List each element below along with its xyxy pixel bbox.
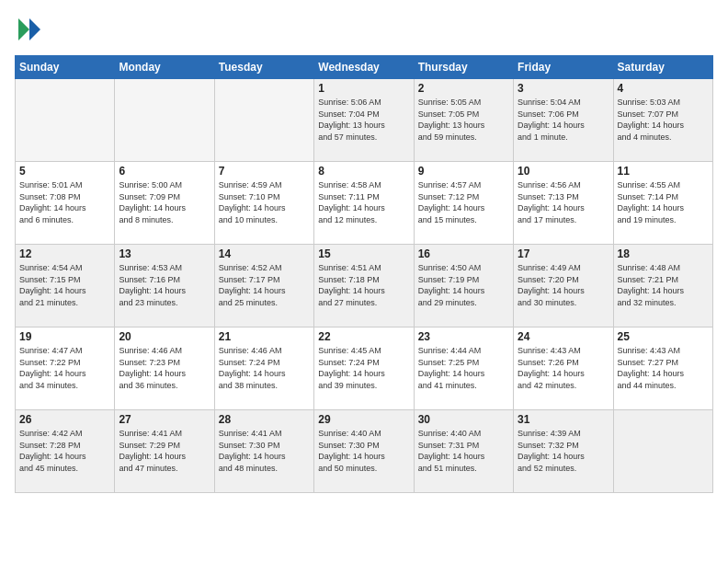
logo [15, 15, 48, 44]
day-info: Sunrise: 4:51 AMSunset: 7:18 PMDaylight:… [318, 262, 409, 308]
calendar-cell: 24Sunrise: 4:43 AMSunset: 7:26 PMDayligh… [514, 327, 613, 410]
day-number: 27 [119, 413, 210, 426]
calendar-week-row: 5Sunrise: 5:01 AMSunset: 7:08 PMDaylight… [16, 162, 713, 245]
day-info: Sunrise: 4:43 AMSunset: 7:27 PMDaylight:… [618, 345, 709, 391]
day-number: 28 [219, 413, 310, 426]
calendar-week-row: 12Sunrise: 4:54 AMSunset: 7:15 PMDayligh… [16, 245, 713, 327]
day-number: 23 [418, 330, 509, 343]
day-number: 31 [518, 413, 609, 426]
day-info: Sunrise: 4:46 AMSunset: 7:23 PMDaylight:… [119, 345, 210, 391]
day-number: 22 [318, 330, 409, 343]
day-number: 15 [318, 247, 409, 260]
day-number: 21 [219, 330, 310, 343]
day-number: 2 [418, 82, 509, 95]
day-info: Sunrise: 4:54 AMSunset: 7:15 PMDaylight:… [19, 262, 110, 308]
day-info: Sunrise: 4:49 AMSunset: 7:20 PMDaylight:… [518, 262, 609, 308]
day-number: 26 [19, 413, 110, 426]
day-info: Sunrise: 4:48 AMSunset: 7:21 PMDaylight:… [618, 262, 709, 308]
day-number: 12 [19, 247, 110, 260]
calendar-cell: 21Sunrise: 4:46 AMSunset: 7:24 PMDayligh… [214, 327, 313, 410]
calendar-cell: 19Sunrise: 4:47 AMSunset: 7:22 PMDayligh… [16, 327, 115, 410]
day-info: Sunrise: 4:47 AMSunset: 7:22 PMDaylight:… [19, 345, 110, 391]
day-number: 5 [19, 165, 110, 178]
calendar-cell: 11Sunrise: 4:55 AMSunset: 7:14 PMDayligh… [613, 162, 712, 245]
day-number: 13 [119, 247, 210, 260]
calendar-cell: 28Sunrise: 4:41 AMSunset: 7:30 PMDayligh… [214, 410, 313, 493]
day-info: Sunrise: 4:46 AMSunset: 7:24 PMDaylight:… [219, 345, 310, 391]
day-info: Sunrise: 4:39 AMSunset: 7:32 PMDaylight:… [518, 428, 609, 474]
day-info: Sunrise: 4:55 AMSunset: 7:14 PMDaylight:… [618, 179, 709, 225]
day-number: 30 [418, 413, 509, 426]
weekday-header-sunday: Sunday [16, 56, 115, 79]
day-number: 29 [318, 413, 409, 426]
weekday-header-saturday: Saturday [613, 56, 712, 79]
calendar-table: SundayMondayTuesdayWednesdayThursdayFrid… [15, 55, 713, 493]
calendar-week-row: 19Sunrise: 4:47 AMSunset: 7:22 PMDayligh… [16, 327, 713, 410]
svg-marker-0 [29, 18, 40, 40]
calendar-cell: 18Sunrise: 4:48 AMSunset: 7:21 PMDayligh… [613, 245, 712, 327]
calendar-week-row: 1Sunrise: 5:06 AMSunset: 7:04 PMDaylight… [16, 79, 713, 162]
day-number: 1 [318, 82, 409, 95]
calendar-cell: 20Sunrise: 4:46 AMSunset: 7:23 PMDayligh… [115, 327, 214, 410]
day-info: Sunrise: 5:04 AMSunset: 7:06 PMDaylight:… [518, 97, 609, 143]
calendar-cell: 2Sunrise: 5:05 AMSunset: 7:05 PMDaylight… [414, 79, 513, 162]
day-number: 9 [418, 165, 509, 178]
calendar-cell: 29Sunrise: 4:40 AMSunset: 7:30 PMDayligh… [314, 410, 414, 493]
calendar-cell: 9Sunrise: 4:57 AMSunset: 7:12 PMDaylight… [414, 162, 513, 245]
svg-marker-1 [18, 18, 29, 40]
weekday-header-monday: Monday [115, 56, 214, 79]
day-number: 8 [318, 165, 409, 178]
day-number: 4 [618, 82, 709, 95]
day-info: Sunrise: 4:45 AMSunset: 7:24 PMDaylight:… [318, 345, 409, 391]
day-number: 17 [518, 247, 609, 260]
calendar-cell: 3Sunrise: 5:04 AMSunset: 7:06 PMDaylight… [514, 79, 613, 162]
day-number: 25 [618, 330, 709, 343]
day-info: Sunrise: 4:52 AMSunset: 7:17 PMDaylight:… [219, 262, 310, 308]
day-number: 10 [518, 165, 609, 178]
calendar-cell [214, 79, 313, 162]
day-info: Sunrise: 5:00 AMSunset: 7:09 PMDaylight:… [119, 179, 210, 225]
day-info: Sunrise: 4:59 AMSunset: 7:10 PMDaylight:… [219, 179, 310, 225]
day-info: Sunrise: 5:06 AMSunset: 7:04 PMDaylight:… [318, 97, 409, 143]
day-info: Sunrise: 4:43 AMSunset: 7:26 PMDaylight:… [518, 345, 609, 391]
day-number: 16 [418, 247, 509, 260]
calendar-cell: 13Sunrise: 4:53 AMSunset: 7:16 PMDayligh… [115, 245, 214, 327]
calendar-cell: 14Sunrise: 4:52 AMSunset: 7:17 PMDayligh… [214, 245, 313, 327]
calendar-cell: 7Sunrise: 4:59 AMSunset: 7:10 PMDaylight… [214, 162, 313, 245]
calendar-cell [613, 410, 712, 493]
calendar-cell: 1Sunrise: 5:06 AMSunset: 7:04 PMDaylight… [314, 79, 414, 162]
calendar-week-row: 26Sunrise: 4:42 AMSunset: 7:28 PMDayligh… [16, 410, 713, 493]
day-number: 6 [119, 165, 210, 178]
weekday-header-wednesday: Wednesday [314, 56, 414, 79]
calendar-cell: 10Sunrise: 4:56 AMSunset: 7:13 PMDayligh… [514, 162, 613, 245]
weekday-header-tuesday: Tuesday [214, 56, 313, 79]
day-info: Sunrise: 4:42 AMSunset: 7:28 PMDaylight:… [19, 428, 110, 474]
day-info: Sunrise: 4:41 AMSunset: 7:30 PMDaylight:… [219, 428, 310, 474]
day-info: Sunrise: 4:40 AMSunset: 7:31 PMDaylight:… [418, 428, 509, 474]
day-info: Sunrise: 5:03 AMSunset: 7:07 PMDaylight:… [618, 97, 709, 143]
day-info: Sunrise: 5:01 AMSunset: 7:08 PMDaylight:… [19, 179, 110, 225]
calendar-cell [115, 79, 214, 162]
day-number: 7 [219, 165, 310, 178]
day-number: 20 [119, 330, 210, 343]
calendar-cell: 23Sunrise: 4:44 AMSunset: 7:25 PMDayligh… [414, 327, 513, 410]
calendar-cell: 30Sunrise: 4:40 AMSunset: 7:31 PMDayligh… [414, 410, 513, 493]
calendar-cell: 25Sunrise: 4:43 AMSunset: 7:27 PMDayligh… [613, 327, 712, 410]
calendar-cell: 16Sunrise: 4:50 AMSunset: 7:19 PMDayligh… [414, 245, 513, 327]
calendar-cell: 12Sunrise: 4:54 AMSunset: 7:15 PMDayligh… [16, 245, 115, 327]
calendar-cell: 27Sunrise: 4:41 AMSunset: 7:29 PMDayligh… [115, 410, 214, 493]
day-info: Sunrise: 4:58 AMSunset: 7:11 PMDaylight:… [318, 179, 409, 225]
day-info: Sunrise: 4:50 AMSunset: 7:19 PMDaylight:… [418, 262, 509, 308]
day-info: Sunrise: 4:56 AMSunset: 7:13 PMDaylight:… [518, 179, 609, 225]
calendar-cell: 15Sunrise: 4:51 AMSunset: 7:18 PMDayligh… [314, 245, 414, 327]
day-number: 14 [219, 247, 310, 260]
day-info: Sunrise: 4:57 AMSunset: 7:12 PMDaylight:… [418, 179, 509, 225]
weekday-header-thursday: Thursday [414, 56, 513, 79]
weekday-header-row: SundayMondayTuesdayWednesdayThursdayFrid… [16, 56, 713, 79]
calendar-cell: 22Sunrise: 4:45 AMSunset: 7:24 PMDayligh… [314, 327, 414, 410]
calendar-cell: 8Sunrise: 4:58 AMSunset: 7:11 PMDaylight… [314, 162, 414, 245]
weekday-header-friday: Friday [514, 56, 613, 79]
calendar-cell: 4Sunrise: 5:03 AMSunset: 7:07 PMDaylight… [613, 79, 712, 162]
calendar-cell [16, 79, 115, 162]
calendar-cell: 5Sunrise: 5:01 AMSunset: 7:08 PMDaylight… [16, 162, 115, 245]
